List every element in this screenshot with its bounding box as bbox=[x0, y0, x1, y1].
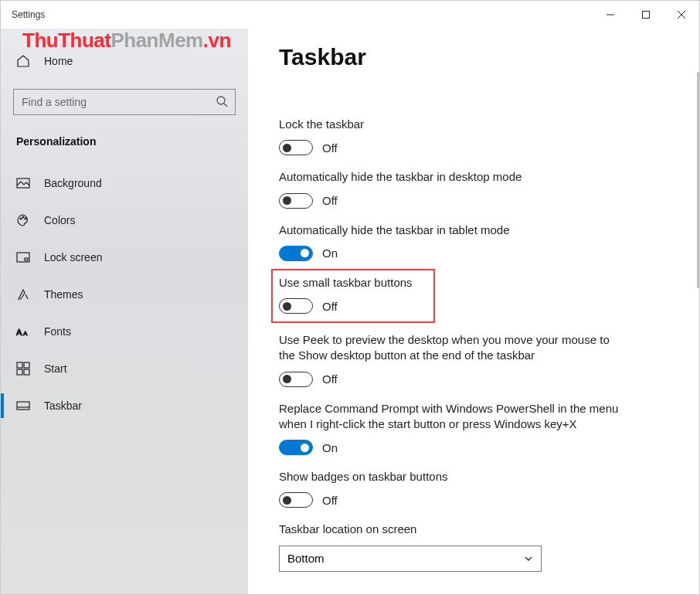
option-autohide-desktop: Automatically hide the taskbar in deskto… bbox=[279, 169, 668, 208]
themes-icon bbox=[16, 287, 30, 301]
page-title: Taskbar bbox=[279, 44, 668, 70]
option-label: Automatically hide the taskbar in tablet… bbox=[279, 223, 619, 238]
option-powershell: Replace Command Prompt with Windows Powe… bbox=[279, 401, 668, 456]
sidebar-item-start[interactable]: Start bbox=[1, 350, 248, 387]
option-label: Use small taskbar buttons bbox=[279, 275, 427, 291]
toggle-state: Off bbox=[322, 372, 338, 386]
svg-point-9 bbox=[25, 218, 26, 219]
select-taskbar-location[interactable]: Bottom bbox=[279, 546, 542, 572]
sidebar-item-fonts[interactable]: AA Fonts bbox=[1, 313, 248, 350]
option-peek: Use Peek to preview the desktop when you… bbox=[279, 332, 668, 387]
option-label: Automatically hide the taskbar in deskto… bbox=[279, 169, 619, 185]
svg-text:A: A bbox=[23, 330, 28, 337]
toggle-autohide-tablet[interactable] bbox=[279, 246, 313, 261]
minimize-icon bbox=[607, 11, 614, 19]
scrollbar[interactable] bbox=[692, 72, 699, 594]
select-value: Bottom bbox=[287, 552, 325, 565]
taskbar-icon bbox=[16, 399, 30, 413]
sidebar-item-background[interactable]: Background bbox=[1, 165, 248, 202]
svg-rect-17 bbox=[24, 369, 29, 375]
lockscreen-icon bbox=[16, 250, 30, 264]
toggle-lock-taskbar[interactable] bbox=[279, 140, 313, 155]
sidebar-item-themes[interactable]: Themes bbox=[1, 276, 248, 313]
svg-rect-15 bbox=[24, 362, 29, 368]
minimize-button[interactable] bbox=[593, 2, 628, 27]
toggle-powershell[interactable] bbox=[279, 440, 313, 455]
content-area: Taskbar Lock the taskbar Off Automatical… bbox=[248, 29, 699, 594]
sidebar-item-label: Colors bbox=[44, 214, 75, 226]
sidebar-item-label: Fonts bbox=[44, 325, 71, 338]
toggle-peek[interactable] bbox=[279, 372, 313, 387]
nav-home-label: Home bbox=[44, 55, 73, 67]
window-title: Settings bbox=[1, 9, 45, 20]
option-autohide-tablet: Automatically hide the taskbar in tablet… bbox=[279, 223, 668, 261]
palette-icon bbox=[16, 213, 30, 227]
picture-icon bbox=[16, 176, 30, 190]
svg-point-8 bbox=[22, 216, 24, 218]
search-icon bbox=[216, 95, 228, 107]
svg-rect-18 bbox=[17, 402, 29, 410]
toggle-state: Off bbox=[322, 194, 338, 207]
sidebar-item-taskbar[interactable]: Taskbar bbox=[1, 387, 248, 424]
option-lock-taskbar: Lock the taskbar Off bbox=[279, 117, 668, 155]
toggle-state: Off bbox=[322, 300, 338, 313]
home-icon bbox=[16, 54, 30, 68]
toggle-state: On bbox=[322, 441, 338, 454]
close-icon bbox=[678, 11, 685, 19]
option-label: Taskbar location on screen bbox=[279, 522, 619, 537]
svg-point-7 bbox=[20, 218, 22, 219]
option-label: Show badges on taskbar buttons bbox=[279, 469, 619, 484]
option-label: Replace Command Prompt with Windows Powe… bbox=[279, 401, 619, 433]
fonts-icon: AA bbox=[16, 325, 30, 338]
svg-line-5 bbox=[224, 104, 227, 107]
sidebar-item-lockscreen[interactable]: Lock screen bbox=[1, 239, 248, 276]
sidebar: ThuThuatPhanMem.vn Home Personalization … bbox=[1, 29, 248, 594]
sidebar-item-label: Lock screen bbox=[44, 251, 102, 264]
toggle-small-buttons[interactable] bbox=[279, 298, 313, 314]
svg-rect-16 bbox=[17, 369, 22, 375]
toggle-badges[interactable] bbox=[279, 492, 313, 508]
sidebar-item-label: Taskbar bbox=[44, 400, 82, 412]
sidebar-item-label: Start bbox=[44, 362, 67, 375]
toggle-autohide-desktop[interactable] bbox=[279, 193, 313, 209]
nav-home[interactable]: Home bbox=[1, 42, 248, 80]
sidebar-item-label: Themes bbox=[44, 288, 83, 301]
toggle-state: Off bbox=[322, 141, 338, 155]
option-badges: Show badges on taskbar buttons Off bbox=[279, 469, 668, 508]
sidebar-item-colors[interactable]: Colors bbox=[1, 202, 248, 239]
start-icon bbox=[16, 362, 30, 376]
toggle-state: On bbox=[322, 246, 338, 260]
option-combine: Combine taskbar buttons bbox=[279, 592, 668, 595]
option-small-buttons: Use small taskbar buttons Off bbox=[279, 275, 427, 314]
option-taskbar-location: Taskbar location on screen Bottom bbox=[279, 522, 668, 571]
maximize-button[interactable] bbox=[628, 2, 664, 27]
sidebar-item-label: Background bbox=[44, 177, 102, 189]
section-label: Personalization bbox=[1, 120, 248, 157]
option-label: Lock the taskbar bbox=[279, 117, 619, 132]
title-bar: Settings bbox=[1, 1, 699, 29]
svg-point-4 bbox=[217, 97, 225, 104]
close-button[interactable] bbox=[664, 2, 699, 27]
svg-rect-11 bbox=[25, 258, 28, 260]
svg-rect-14 bbox=[17, 362, 22, 368]
svg-rect-1 bbox=[643, 12, 650, 19]
chevron-down-icon bbox=[524, 554, 533, 563]
highlight-box: Use small taskbar buttons Off bbox=[271, 269, 435, 323]
option-label: Combine taskbar buttons bbox=[279, 592, 619, 595]
option-label: Use Peek to preview the desktop when you… bbox=[279, 332, 619, 364]
search-input[interactable] bbox=[13, 89, 236, 115]
svg-text:A: A bbox=[16, 328, 22, 337]
toggle-state: Off bbox=[322, 494, 338, 507]
maximize-icon bbox=[642, 11, 650, 19]
